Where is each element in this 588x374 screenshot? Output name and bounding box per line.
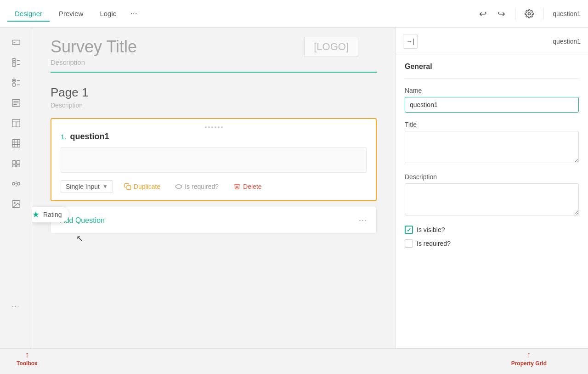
is-required-button[interactable]: Is required? — [171, 181, 222, 192]
undo-button[interactable]: ↩ — [475, 6, 491, 22]
svg-point-34 — [14, 202, 15, 204]
survey-description[interactable]: Description — [51, 58, 137, 66]
tab-logic[interactable]: Logic — [92, 6, 124, 21]
is-required-row: Is required? — [405, 239, 579, 248]
drag-dots — [205, 126, 223, 128]
toolbox-item-text-input[interactable] — [6, 33, 27, 51]
survey-header: Survey Title Description [LOGO] — [51, 37, 377, 73]
question-title-row: 1. question1 — [61, 132, 367, 142]
panel-question-name-label: question1 — [553, 38, 581, 45]
canvas-wrapper: ★ Rating ↖ Survey Title Description [LOG… — [32, 28, 588, 348]
toolbox-item-checkbox[interactable] — [6, 53, 27, 72]
checkmark-icon: ✓ — [407, 227, 412, 233]
is-required-label: Is required? — [185, 183, 219, 190]
redo-button[interactable]: ↪ — [493, 6, 509, 22]
question-number: 1. — [61, 133, 67, 141]
title-textarea[interactable] — [405, 131, 579, 163]
right-panel-tab-label: question1 — [553, 10, 581, 17]
add-question-more-button[interactable]: ··· — [359, 215, 367, 225]
right-panel: →| question1 General Name Title — [395, 28, 588, 348]
survey-title[interactable]: Survey Title — [51, 37, 137, 57]
property-section: General Name Title Description — [396, 55, 588, 261]
property-group-name: Name — [405, 87, 579, 113]
drag-tooltip-label: Rating — [43, 211, 62, 218]
toolbox-item-widget[interactable] — [6, 175, 27, 193]
page-title[interactable]: Page 1 — [51, 85, 377, 100]
question-type-label: Single Input — [66, 183, 100, 190]
cursor-icon: ↖ — [76, 234, 83, 243]
is-visible-label: Is visible? — [417, 226, 445, 233]
nav-divider — [515, 8, 515, 19]
property-grid-annotation-bottom: Property Grid — [511, 360, 547, 367]
is-required-checkbox[interactable] — [405, 239, 413, 248]
svg-rect-27 — [16, 165, 19, 167]
svg-point-36 — [176, 185, 182, 188]
svg-point-10 — [12, 83, 15, 86]
description-label: Description — [405, 173, 579, 181]
toolbox-item-panel[interactable] — [6, 114, 27, 132]
svg-point-28 — [12, 182, 15, 185]
name-label: Name — [405, 87, 579, 94]
title-label: Title — [405, 121, 579, 128]
tab-designer[interactable]: Designer — [7, 6, 50, 21]
svg-rect-1 — [12, 40, 20, 44]
property-group-description: Description — [405, 173, 579, 217]
svg-point-8 — [13, 80, 15, 81]
canvas-area: ★ Rating ↖ Survey Title Description [LOG… — [32, 28, 395, 348]
survey-divider — [51, 72, 377, 73]
svg-rect-19 — [12, 140, 20, 147]
svg-rect-26 — [12, 165, 15, 167]
toolbox-item-radio[interactable] — [6, 74, 27, 92]
add-question-section: Add Question ··· — [51, 207, 377, 234]
toolbox-item-comment[interactable] — [6, 94, 27, 112]
toolbox-item-image-picker[interactable] — [6, 154, 27, 173]
question-toolbar: Single Input ▼ Duplicate — [61, 180, 367, 193]
main-layout: ··· ↑ Toolbox ★ Rating ↖ Survey Title — [0, 28, 588, 348]
drag-tooltip: ★ Rating — [32, 207, 69, 222]
right-panel-title: General — [405, 62, 579, 79]
property-group-title: Title — [405, 121, 579, 165]
top-nav: Designer Preview Logic ··· ↩ ↪ question1 — [0, 0, 588, 28]
svg-rect-35 — [127, 186, 131, 190]
is-visible-row: ✓ Is visible? ↑ Property Grid — [405, 226, 579, 234]
is-required-label: Is required? — [417, 240, 451, 247]
svg-rect-24 — [12, 161, 15, 164]
toolbox-annotation-bottom: Toolbox — [17, 360, 38, 367]
question-input-area[interactable] — [61, 147, 367, 173]
duplicate-label: Duplicate — [134, 183, 160, 190]
type-dropdown-arrow-icon: ▼ — [102, 183, 108, 190]
name-input[interactable] — [405, 97, 579, 113]
description-textarea[interactable] — [405, 183, 579, 215]
more-tabs-button[interactable]: ··· — [125, 6, 142, 22]
delete-button[interactable]: Delete — [230, 181, 265, 192]
delete-label: Delete — [243, 183, 261, 190]
svg-rect-25 — [16, 161, 19, 164]
rating-star-icon: ★ — [32, 210, 40, 220]
panel-collapse-button[interactable]: →| — [403, 34, 418, 49]
settings-button[interactable] — [521, 6, 537, 22]
toolbox-item-matrix[interactable] — [6, 134, 27, 153]
page-section: Page 1 Description — [51, 85, 377, 234]
arrow-right-icon: →| — [406, 38, 414, 45]
question-card: 1. question1 Single Input ▼ — [51, 118, 377, 201]
question-title[interactable]: question1 — [70, 132, 109, 142]
is-visible-checkbox[interactable]: ✓ — [405, 226, 413, 234]
duplicate-button[interactable]: Duplicate — [120, 181, 164, 192]
right-panel-header-bar: →| question1 — [396, 28, 588, 55]
survey-logo[interactable]: [LOGO] — [304, 37, 358, 57]
toolbox-item-image[interactable] — [6, 195, 27, 213]
tab-preview[interactable]: Preview — [51, 6, 90, 21]
question-drag-handle[interactable] — [61, 126, 367, 128]
page-description[interactable]: Description — [51, 102, 377, 109]
svg-point-29 — [17, 182, 20, 185]
toolbox-sidebar: ··· ↑ Toolbox — [0, 28, 32, 348]
nav-divider-2 — [543, 8, 543, 19]
svg-rect-5 — [12, 63, 15, 66]
question-type-selector[interactable]: Single Input ▼ — [61, 180, 113, 193]
svg-point-0 — [528, 12, 531, 15]
toolbox-more-button[interactable]: ··· — [6, 297, 27, 315]
